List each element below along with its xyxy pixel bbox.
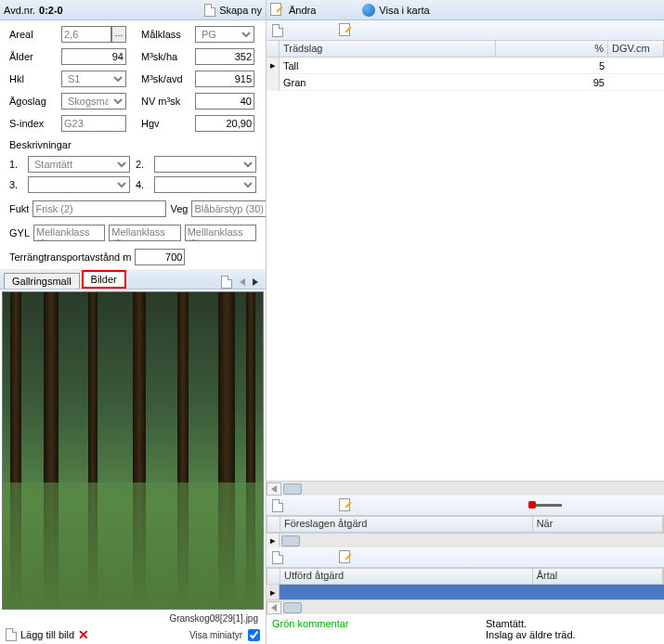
gyl-label: GYL (9, 227, 30, 238)
avdnr-label: Avd.nr. (4, 5, 35, 16)
green-comment-label: Grön kommentar (272, 618, 476, 640)
desc-2-label: 2. (136, 159, 149, 170)
photo-preview (2, 291, 264, 610)
areal-input[interactable] (61, 26, 111, 43)
scroll-left-icon[interactable] (271, 604, 277, 612)
desc-1-select[interactable]: Stamtätt (28, 156, 130, 173)
hgv-input[interactable] (195, 115, 254, 132)
desc-1-label: 1. (9, 159, 22, 170)
agoslag-select[interactable]: Skogsmark (61, 93, 126, 109)
edit-icon (270, 3, 285, 18)
scroll-left-icon[interactable] (271, 485, 277, 493)
row-selector-icon[interactable]: ▸ (267, 534, 280, 548)
prev-photo-icon[interactable] (240, 278, 245, 286)
alder-input[interactable] (61, 48, 126, 65)
chainsaw-icon[interactable] (528, 499, 566, 512)
nvm3sk-input[interactable] (195, 93, 254, 109)
desc-4-select[interactable] (154, 176, 256, 193)
species-edit-icon[interactable] (339, 23, 354, 38)
performed-selected-row[interactable]: ▸ (267, 585, 664, 599)
sindex-input[interactable] (61, 115, 126, 132)
scroll-thumb[interactable] (281, 535, 300, 547)
row-selector-icon[interactable]: ▸ (267, 585, 280, 599)
sindex-label: S-index (9, 118, 56, 129)
add-photo-icon[interactable] (6, 628, 17, 641)
next-photo-icon[interactable] (253, 278, 258, 286)
terrang-input[interactable] (135, 249, 185, 265)
gyl-g-input[interactable]: Mellanklass (2) (33, 225, 105, 241)
performed-edit-icon[interactable] (339, 550, 354, 565)
species-table-header: Trädslag % DGV.cm (267, 41, 664, 58)
performed-new-icon[interactable] (272, 551, 283, 564)
andra-button[interactable]: Ändra (270, 3, 316, 18)
thumb-checkbox[interactable] (248, 629, 260, 641)
hkl-select[interactable]: S1 (61, 71, 126, 87)
hgv-label: Hgv (141, 118, 189, 129)
globe-icon (362, 4, 375, 17)
row-selector-icon[interactable]: ▸ (267, 58, 280, 73)
terrang-label: Terrängtransportavstånd m (9, 251, 131, 263)
table-row[interactable]: Gran 95 (267, 74, 664, 91)
suggested-new-icon[interactable] (272, 499, 283, 512)
delete-photo-icon[interactable]: ✕ (78, 627, 89, 642)
col-utford: Utförd åtgärd (280, 569, 533, 584)
desc-3-label: 3. (9, 179, 22, 190)
visa-i-karta-button[interactable]: Visa i karta (362, 4, 429, 17)
desc-3-select[interactable] (28, 176, 130, 193)
gyl-l-input[interactable]: Melllanklass (2) (185, 225, 256, 241)
areal-more-button[interactable]: … (111, 26, 126, 43)
agoslag-label: Ägoslag (9, 96, 56, 107)
suggested-edit-icon[interactable] (339, 498, 354, 513)
tab-gallringsmall[interactable]: Gallringsmall (4, 273, 80, 289)
malklass-select[interactable]: PG (195, 26, 254, 43)
gyl-y-input[interactable]: Mellanklass (2) (109, 225, 180, 241)
col-foreslagen: Föreslagen åtgärd (280, 517, 533, 532)
avdnr-value: 0:2-0 (39, 5, 63, 16)
malklass-label: Målklass (141, 29, 189, 40)
m3skavd-input[interactable] (195, 71, 254, 87)
col-nar: När (533, 517, 663, 532)
photo-filename: Granskog08[29[1].jpg (169, 613, 258, 624)
fukt-input[interactable] (33, 200, 166, 217)
areal-label: Areal (9, 29, 56, 40)
col-dgv: DGV.cm (608, 41, 664, 57)
photo-tool-icon[interactable] (221, 276, 232, 289)
alder-label: Ålder (9, 51, 56, 62)
performed-scrollbar[interactable] (267, 599, 664, 614)
col-percent: % (496, 41, 608, 57)
species-table-body: ▸ Tall 5 Gran 95 (267, 58, 664, 91)
scroll-thumb[interactable] (283, 483, 302, 495)
veg-label: Veg (170, 203, 188, 214)
desc-2-select[interactable] (154, 156, 256, 173)
nvm3sk-label: NV m³sk (141, 96, 189, 107)
comment-text: Stamtätt. Inslag av äldre träd. (486, 618, 576, 640)
m3skha-label: M³sk/ha (141, 51, 189, 62)
skapa-ny-button[interactable]: Skapa ny (219, 5, 262, 16)
col-tradslag: Trädslag (280, 41, 496, 57)
table-row[interactable]: ▸ Tall 5 (267, 58, 664, 74)
tab-bilder[interactable]: Bilder (82, 270, 126, 289)
hkl-label: Hkl (9, 73, 56, 84)
m3skavd-label: M³sk/avd (141, 73, 189, 84)
desc-4-label: 4. (136, 179, 149, 190)
beskrivningar-header: Beskrivningar (0, 137, 266, 152)
col-artal: Årtal (533, 569, 663, 584)
add-photo-button[interactable]: Lägg till bild (20, 629, 74, 640)
fukt-label: Fukt (9, 203, 29, 214)
species-scrollbar[interactable] (267, 481, 664, 496)
m3skha-input[interactable] (195, 48, 254, 65)
species-new-icon[interactable] (272, 24, 283, 37)
new-doc-icon[interactable] (204, 4, 215, 17)
thumb-label: Visa miniatyr (189, 630, 242, 640)
suggested-scrollbar[interactable]: ▸ (267, 533, 664, 547)
scroll-thumb[interactable] (283, 602, 302, 613)
